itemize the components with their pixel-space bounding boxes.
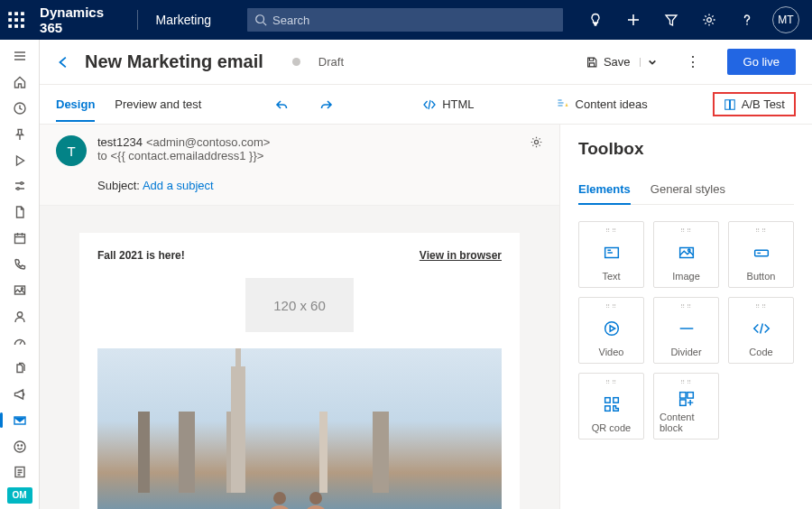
save-button[interactable]: Save bbox=[578, 50, 664, 74]
user-avatar[interactable]: MT bbox=[772, 6, 799, 33]
tab-design[interactable]: Design bbox=[56, 88, 95, 122]
element-code[interactable]: ⠿⠿ Code bbox=[728, 297, 794, 364]
content-ideas-button[interactable]: Content ideas bbox=[549, 94, 655, 116]
email-canvas[interactable]: Fall 2021 is here! View in browser 120 x… bbox=[79, 233, 520, 509]
to-address: <{{ contact.emailaddress1 }}> bbox=[110, 149, 263, 162]
svg-point-23 bbox=[17, 444, 18, 445]
text-icon bbox=[602, 235, 622, 271]
svg-line-10 bbox=[263, 23, 267, 26]
divider bbox=[137, 10, 138, 30]
save-label: Save bbox=[604, 55, 631, 69]
svg-point-22 bbox=[14, 441, 25, 452]
toolbox-tab-elements[interactable]: Elements bbox=[578, 175, 631, 205]
element-text[interactable]: ⠿⠿ Text bbox=[578, 221, 644, 288]
document-icon[interactable] bbox=[4, 201, 36, 224]
svg-rect-5 bbox=[21, 18, 24, 22]
topbar: Dynamics 365 Marketing Search MT bbox=[0, 0, 812, 40]
svg-rect-37 bbox=[604, 406, 610, 412]
grip-icon: ⠿⠿ bbox=[605, 227, 618, 235]
svg-rect-2 bbox=[21, 12, 24, 15]
home-icon[interactable] bbox=[4, 71, 36, 94]
content-ideas-label: Content ideas bbox=[576, 97, 648, 111]
svg-rect-27 bbox=[730, 99, 734, 109]
qrcode-icon bbox=[602, 386, 622, 422]
gauge-icon[interactable] bbox=[4, 331, 36, 354]
search-input[interactable]: Search bbox=[247, 8, 563, 32]
html-button[interactable]: HTML bbox=[415, 94, 481, 116]
app-name[interactable]: Marketing bbox=[145, 13, 222, 27]
person-icon[interactable] bbox=[4, 305, 36, 328]
email-settings-button[interactable] bbox=[530, 135, 543, 152]
tab-preview[interactable]: Preview and test bbox=[115, 88, 201, 120]
toolbox-tab-general[interactable]: General styles bbox=[651, 175, 725, 204]
sender-avatar: T bbox=[56, 135, 87, 166]
status-label: Draft bbox=[318, 55, 344, 69]
settings-icon[interactable] bbox=[4, 175, 36, 198]
calendar-icon[interactable] bbox=[4, 227, 36, 250]
svg-rect-35 bbox=[604, 398, 610, 403]
status-dot-icon bbox=[292, 58, 300, 66]
toolbox-title: Toolbox bbox=[578, 139, 794, 159]
filter-icon[interactable] bbox=[653, 0, 689, 40]
svg-point-16 bbox=[16, 188, 19, 190]
om-badge[interactable]: OM bbox=[7, 487, 32, 504]
grip-icon: ⠿⠿ bbox=[755, 303, 768, 310]
form-icon[interactable] bbox=[4, 461, 36, 484]
svg-point-24 bbox=[21, 444, 22, 445]
megaphone-icon[interactable] bbox=[4, 384, 36, 406]
element-label: Image bbox=[672, 271, 700, 282]
element-qrcode[interactable]: ⠿⠿ QR code bbox=[578, 373, 644, 440]
element-image[interactable]: ⠿⠿ Image bbox=[653, 221, 719, 288]
redo-button[interactable] bbox=[314, 94, 339, 116]
subject-input[interactable]: Add a subject bbox=[143, 179, 214, 192]
element-button[interactable]: ⠿⠿ Button bbox=[728, 221, 794, 288]
svg-rect-39 bbox=[687, 393, 692, 398]
svg-point-33 bbox=[604, 322, 618, 336]
svg-point-15 bbox=[20, 182, 23, 185]
divider-icon bbox=[677, 310, 697, 347]
element-label: Divider bbox=[670, 347, 701, 357]
svg-point-9 bbox=[256, 15, 264, 23]
element-content-block[interactable]: ⠿⠿ Content block bbox=[653, 373, 719, 440]
hamburger-icon[interactable] bbox=[4, 45, 36, 68]
element-label: Video bbox=[599, 347, 624, 357]
element-divider[interactable]: ⠿⠿ Divider bbox=[653, 297, 719, 364]
image-icon bbox=[677, 235, 697, 271]
svg-rect-3 bbox=[8, 18, 12, 22]
view-in-browser-link[interactable]: View in browser bbox=[420, 249, 502, 262]
play-icon[interactable] bbox=[4, 149, 36, 171]
back-button[interactable] bbox=[56, 54, 72, 70]
files-icon[interactable] bbox=[4, 357, 36, 380]
lightbulb-icon[interactable] bbox=[577, 0, 614, 40]
pin-icon[interactable] bbox=[4, 123, 36, 145]
emoji-icon[interactable] bbox=[4, 435, 36, 458]
image-icon[interactable] bbox=[4, 279, 36, 301]
more-button[interactable]: ⋮ bbox=[677, 53, 709, 70]
svg-rect-7 bbox=[14, 24, 18, 28]
grip-icon: ⠿⠿ bbox=[680, 227, 693, 235]
headline-text: Fall 2021 is here! bbox=[97, 249, 185, 262]
app-launcher-icon[interactable] bbox=[7, 10, 25, 30]
save-chevron[interactable] bbox=[640, 58, 657, 67]
search-placeholder: Search bbox=[272, 14, 309, 27]
clock-icon[interactable] bbox=[4, 97, 36, 120]
gear-icon[interactable] bbox=[691, 0, 727, 40]
help-icon[interactable] bbox=[729, 0, 765, 40]
golive-button[interactable]: Go live bbox=[727, 49, 796, 75]
phone-icon[interactable] bbox=[4, 254, 36, 276]
undo-button[interactable] bbox=[269, 94, 294, 116]
svg-point-13 bbox=[707, 18, 712, 23]
left-rail: OM bbox=[0, 40, 40, 509]
element-label: Text bbox=[602, 271, 620, 282]
element-video[interactable]: ⠿⠿ Video bbox=[578, 297, 644, 364]
svg-rect-40 bbox=[679, 400, 685, 405]
brand-label: Dynamics 365 bbox=[32, 5, 130, 35]
abtest-button[interactable]: A/B Test bbox=[713, 92, 796, 116]
svg-point-20 bbox=[17, 311, 22, 316]
hero-image[interactable] bbox=[97, 348, 502, 509]
logo-placeholder[interactable]: 120 x 60 bbox=[245, 278, 354, 332]
plus-icon[interactable] bbox=[615, 0, 651, 40]
svg-rect-1 bbox=[14, 12, 18, 15]
svg-rect-17 bbox=[14, 235, 24, 244]
mail-icon[interactable] bbox=[4, 409, 36, 431]
